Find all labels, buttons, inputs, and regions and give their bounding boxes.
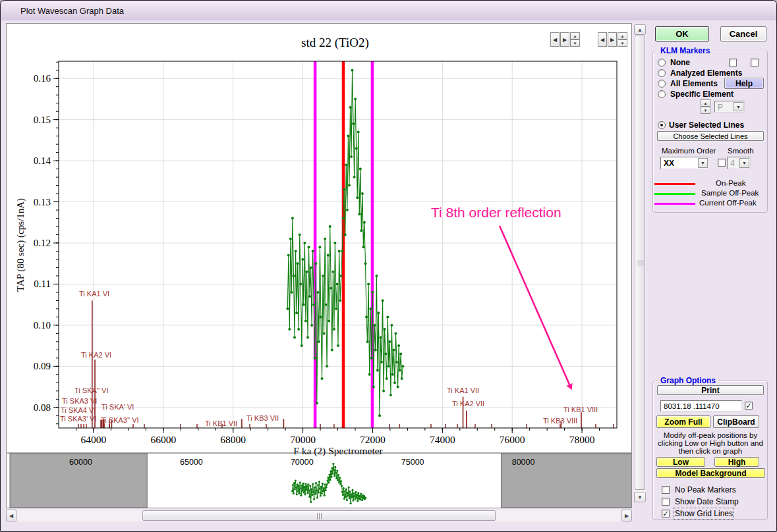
specific-element-combo[interactable]: P ▼ [714, 101, 745, 113]
offpeak-hint-line2: clicking Low or High button and [654, 439, 767, 448]
model-background-button[interactable]: Model Background [656, 468, 765, 478]
scroll-down-icon[interactable]: ▼ [634, 492, 646, 502]
left-marker-nudge-controls: ◀ ▶ ▲ ▼ [550, 32, 580, 47]
high-button[interactable]: High [714, 457, 759, 467]
nudge-up-icon[interactable]: ▲ [570, 32, 580, 40]
spinner-up-icon[interactable]: ▲ [701, 99, 710, 107]
svg-text:Ti KB3 VII: Ti KB3 VII [246, 414, 279, 422]
window-titlebar[interactable]: Plot Wavescan Graph Data [1, 1, 776, 20]
svg-text:Ti SKA'' VI: Ti SKA'' VI [74, 386, 108, 394]
nudge-right-icon[interactable]: ▶ [560, 32, 569, 47]
print-button[interactable]: Print [657, 385, 764, 395]
on-peak-legend-line [654, 183, 695, 185]
maximum-order-value: XX [664, 159, 674, 168]
svg-text:74000: 74000 [430, 434, 455, 445]
maximum-order-combo[interactable]: XX ▼ [660, 157, 709, 169]
clipboard-button[interactable]: ClipBoard [713, 415, 759, 428]
sample-off-peak-legend-line [654, 193, 695, 195]
svg-text:Ti SKA3' VI: Ti SKA3' VI [60, 415, 97, 423]
specific-element-value: P [718, 103, 723, 112]
scroll-up-icon[interactable]: ▲ [634, 24, 646, 35]
svg-text:0.13: 0.13 [34, 197, 51, 207]
no-peak-markers-checkbox[interactable] [662, 486, 670, 494]
radio-specific-element-label: Specific Element [670, 90, 734, 99]
svg-text:0.09: 0.09 [34, 361, 51, 371]
svg-text:Ti KA2 VI: Ti KA2 VI [81, 351, 111, 359]
radio-specific-element[interactable] [658, 90, 666, 98]
radio-all-elements[interactable] [658, 80, 666, 88]
show-grid-lines-checkbox[interactable]: ✓ [662, 510, 670, 518]
graph-panel[interactable]: std 22 (TiO2) Ti KA1 VITi KA2 VITi SKA''… [6, 23, 632, 508]
svg-text:60000: 60000 [69, 458, 92, 467]
nudge-down-icon[interactable]: ▼ [570, 40, 580, 47]
radio-none[interactable] [658, 59, 666, 66]
horizontal-scrollbar[interactable]: ◀ ▶ [6, 510, 632, 521]
svg-text:Ti KB3 VIII: Ti KB3 VIII [543, 417, 577, 425]
chevron-down-icon[interactable]: ▼ [698, 158, 708, 168]
scroll-left-icon[interactable]: ◀ [6, 510, 16, 521]
horizontal-scroll-thumb[interactable] [142, 510, 496, 521]
svg-text:0.11: 0.11 [34, 279, 51, 289]
right-marker-nudge-controls: ◀ ▶ ▲ ▼ [598, 32, 627, 47]
help-button[interactable]: Help [724, 78, 764, 89]
chevron-down-icon[interactable]: ▼ [734, 102, 743, 111]
spinner-down-icon[interactable]: ▼ [701, 107, 710, 114]
low-button[interactable]: Low [656, 457, 705, 467]
show-date-stamp-checkbox[interactable] [662, 498, 670, 506]
wavescan-chart[interactable]: Ti KA1 VITi KA2 VITi SKA'' VITi SKA3 VIT… [7, 24, 631, 508]
nudge-down-icon[interactable]: ▼ [618, 40, 627, 47]
radio-analyzed-elements[interactable] [658, 69, 666, 77]
smooth-label: Smooth [728, 147, 754, 155]
svg-text:68000: 68000 [220, 434, 246, 445]
thumb-grip [317, 513, 322, 519]
radio-user-selected-lines[interactable] [658, 121, 666, 129]
svg-text:80000: 80000 [512, 458, 535, 467]
window-title: Plot Wavescan Graph Data [20, 6, 124, 16]
svg-text:64000: 64000 [81, 434, 107, 445]
svg-text:0.15: 0.15 [34, 115, 51, 125]
offpeak-hint-line3: then click on graph [654, 447, 767, 456]
svg-text:Ti KB1 VII: Ti KB1 VII [205, 419, 237, 427]
svg-text:Ti KB1 VIII: Ti KB1 VIII [563, 406, 598, 413]
nudge-right-icon[interactable]: ▶ [608, 32, 617, 47]
y-axis: 0.160.150.140.130.120.110.100.090.08TAP … [15, 62, 59, 424]
position-checkbox[interactable]: ✓ [745, 402, 753, 410]
ok-button[interactable]: OK [655, 26, 709, 41]
thumb-grip [637, 261, 644, 265]
svg-text:65000: 65000 [180, 458, 203, 467]
show-date-stamp-label: Show Date Stamp [675, 497, 739, 506]
current-off-peak-legend-line [654, 203, 695, 205]
svg-text:70000: 70000 [291, 458, 314, 467]
radio-none-label: None [670, 58, 690, 67]
svg-text:Ti KA1 VII: Ti KA1 VII [447, 386, 479, 394]
svg-text:TAP (80 sec) (cps/1nA): TAP (80 sec) (cps/1nA) [15, 198, 26, 292]
svg-text:78000: 78000 [569, 434, 595, 445]
svg-text:0.08: 0.08 [34, 402, 51, 413]
radio-all-elements-label: All Elements [670, 79, 718, 88]
klm-aux-checkbox-1[interactable] [729, 59, 737, 66]
overview-strip[interactable]: 6000065000700007500080000 [7, 453, 631, 508]
svg-text:F ka (2) Spectrometer: F ka (2) Spectrometer [293, 445, 383, 457]
svg-text:66000: 66000 [150, 434, 176, 445]
smooth-combo[interactable]: 4 ▼ [727, 157, 751, 169]
vertical-scroll-thumb[interactable] [635, 36, 645, 490]
nudge-left-icon[interactable]: ◀ [550, 32, 560, 47]
cancel-button[interactable]: Cancel [720, 26, 766, 41]
element-spinner: ▲ ▼ [701, 99, 710, 114]
smooth-value: 4 [730, 159, 735, 168]
svg-text:Ti SKA3'' VI: Ti SKA3'' VI [101, 416, 139, 424]
nudge-left-icon[interactable]: ◀ [598, 32, 607, 47]
radio-user-selected-lines-label: User Selected Lines [669, 120, 744, 130]
scroll-right-icon[interactable]: ▶ [621, 510, 632, 521]
zoom-full-button[interactable]: Zoom Full [656, 415, 710, 428]
cursor-position-field[interactable]: 8031.18 .111470 [660, 400, 742, 412]
svg-text:76000: 76000 [500, 434, 525, 445]
svg-text:75000: 75000 [401, 458, 424, 467]
radio-analyzed-elements-label: Analyzed Elements [670, 68, 742, 78]
klm-aux-checkbox-2[interactable] [751, 59, 759, 66]
vertical-scrollbar[interactable]: ▲ ▼ [634, 24, 646, 502]
chevron-down-icon[interactable]: ▼ [739, 158, 749, 168]
nudge-up-icon[interactable]: ▲ [618, 32, 627, 40]
choose-selected-lines-button[interactable]: Choose Selected Lines [657, 131, 764, 141]
smooth-checkbox[interactable] [718, 159, 726, 167]
